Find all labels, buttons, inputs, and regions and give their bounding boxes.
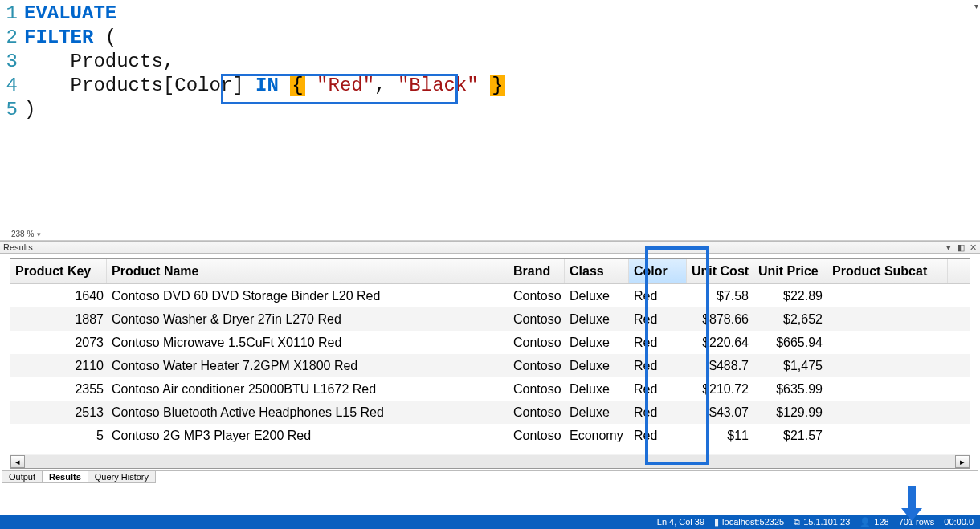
cell: Economy xyxy=(565,427,629,445)
code-text[interactable]: FILTER ( xyxy=(24,26,116,50)
column-header[interactable]: Class xyxy=(565,259,629,283)
status-cursor: Ln 4, Col 39 xyxy=(657,517,704,527)
cell: Deluxe xyxy=(565,357,629,375)
grid-header[interactable]: Product KeyProduct NameBrandClassColorUn… xyxy=(10,259,970,284)
cell: Deluxe xyxy=(565,334,629,352)
cell: Contoso DVD 60 DVD Storage Binder L20 Re… xyxy=(107,287,508,305)
bottom-tab-strip[interactable]: OutputResultsQuery History xyxy=(2,470,978,483)
cell: $129.99 xyxy=(753,404,827,421)
cell xyxy=(827,434,948,437)
code-line[interactable]: 5) xyxy=(0,98,980,122)
code-text[interactable]: Products, xyxy=(24,50,174,74)
cell: Red xyxy=(629,427,687,445)
server-icon: ▮ xyxy=(714,517,719,527)
column-header[interactable]: Color xyxy=(629,259,687,283)
close-icon[interactable]: ✕ xyxy=(969,242,977,253)
code-editor[interactable]: ▾ 1EVALUATE2FILTER (3 Products,4 Product… xyxy=(0,0,980,241)
status-time: 00:00.0 xyxy=(944,517,974,527)
line-number: 1 xyxy=(0,2,24,26)
cell: Red xyxy=(629,311,687,328)
cell: Deluxe xyxy=(565,311,629,328)
status-version: ⧉ 15.1.101.23 xyxy=(794,517,850,527)
code-line[interactable]: 1EVALUATE xyxy=(0,2,980,26)
table-row[interactable]: 5Contoso 2G MP3 Player E200 RedContosoEc… xyxy=(10,424,970,447)
results-panel-title: Results xyxy=(3,242,33,252)
zoom-indicator[interactable]: 238 % ▾ xyxy=(11,230,41,238)
results-grid[interactable]: Product KeyProduct NameBrandClassColorUn… xyxy=(10,258,970,469)
table-row[interactable]: 1887Contoso Washer & Dryer 27in L270 Red… xyxy=(10,307,970,331)
tab-results[interactable]: Results xyxy=(42,471,88,483)
cell: Red xyxy=(629,404,687,421)
horizontal-scrollbar[interactable]: ◂ ▸ xyxy=(10,454,970,468)
cell: Contoso Air conditioner 25000BTU L1672 R… xyxy=(107,380,508,398)
line-number: 5 xyxy=(0,98,24,122)
code-text[interactable]: ) xyxy=(24,98,35,122)
scroll-left-button[interactable]: ◂ xyxy=(10,455,25,468)
line-number: 3 xyxy=(0,50,24,74)
tab-query-history[interactable]: Query History xyxy=(88,471,156,483)
column-header[interactable]: Product Key xyxy=(10,259,107,283)
column-header[interactable]: Unit Price xyxy=(753,259,827,283)
cell: 1887 xyxy=(10,311,107,328)
cell: Red xyxy=(629,357,687,375)
cell: $11 xyxy=(687,427,753,445)
cell: Red xyxy=(629,287,687,305)
chevron-down-icon: ▾ xyxy=(37,230,41,238)
cell: 2073 xyxy=(10,334,107,352)
cell: Contoso xyxy=(508,334,565,352)
cell: 2110 xyxy=(10,357,107,375)
cell: $22.89 xyxy=(753,287,827,305)
cell: Contoso xyxy=(508,287,565,305)
table-row[interactable]: 2110Contoso Water Heater 7.2GPM X1800 Re… xyxy=(10,354,970,377)
table-row[interactable]: 2355Contoso Air conditioner 25000BTU L16… xyxy=(10,377,970,401)
cell xyxy=(827,411,948,414)
tab-output[interactable]: Output xyxy=(2,471,43,483)
cell: 2355 xyxy=(10,380,107,398)
column-header[interactable]: Brand xyxy=(508,259,565,283)
cell: Contoso 2G MP3 Player E200 Red xyxy=(107,427,508,445)
cell: $7.58 xyxy=(687,287,753,305)
cell: Contoso Water Heater 7.2GPM X1800 Red xyxy=(107,357,508,375)
cell xyxy=(827,388,948,391)
column-header[interactable]: Product Name xyxy=(107,259,508,283)
cell: Red xyxy=(629,380,687,398)
cell: 2513 xyxy=(10,404,107,421)
table-row[interactable]: 1640Contoso DVD 60 DVD Storage Binder L2… xyxy=(10,284,970,307)
cell: Red xyxy=(629,334,687,352)
cell: Contoso Bluetooth Active Headphones L15 … xyxy=(107,404,508,421)
grid-body[interactable]: 1640Contoso DVD 60 DVD Storage Binder L2… xyxy=(10,284,970,454)
code-line[interactable]: 3 Products, xyxy=(0,50,980,74)
scroll-right-button[interactable]: ▸ xyxy=(955,455,970,468)
line-number: 2 xyxy=(0,26,24,50)
cell: $21.57 xyxy=(753,427,827,445)
column-header[interactable]: Unit Cost xyxy=(687,259,753,283)
code-text[interactable]: Products[Color] IN { "Red", "Black" } xyxy=(24,74,505,98)
status-server: ▮ localhost:52325 xyxy=(714,517,784,527)
status-rows: 701 rows xyxy=(899,517,935,527)
status-users: 👤 128 xyxy=(860,517,888,527)
cell: 1640 xyxy=(10,287,107,305)
cell: $1,475 xyxy=(753,357,827,375)
cell: Contoso xyxy=(508,380,565,398)
cell: $220.64 xyxy=(687,334,753,352)
cell: Deluxe xyxy=(565,380,629,398)
scroll-track[interactable] xyxy=(25,455,955,468)
pin-icon[interactable]: ▾ xyxy=(945,242,953,253)
cell xyxy=(827,318,948,321)
table-row[interactable]: 2073Contoso Microwave 1.5CuFt X0110 RedC… xyxy=(10,331,970,354)
cell xyxy=(827,341,948,344)
cell: 5 xyxy=(10,427,107,445)
code-line[interactable]: 4 Products[Color] IN { "Red", "Black" } xyxy=(0,74,980,98)
zoom-value: 238 % xyxy=(11,230,34,238)
cell: Contoso Microwave 1.5CuFt X0110 Red xyxy=(107,334,508,352)
cell: $43.07 xyxy=(687,404,753,421)
results-panel-header: Results ▾ ◧ ✕ xyxy=(0,241,980,254)
cell: Contoso xyxy=(508,311,565,328)
cell: $665.94 xyxy=(753,334,827,352)
code-text[interactable]: EVALUATE xyxy=(24,2,116,26)
dock-icon[interactable]: ◧ xyxy=(957,242,965,253)
column-header[interactable]: Product Subcat xyxy=(827,259,948,283)
cell: $488.7 xyxy=(687,357,753,375)
table-row[interactable]: 2513Contoso Bluetooth Active Headphones … xyxy=(10,401,970,424)
code-line[interactable]: 2FILTER ( xyxy=(0,26,980,50)
